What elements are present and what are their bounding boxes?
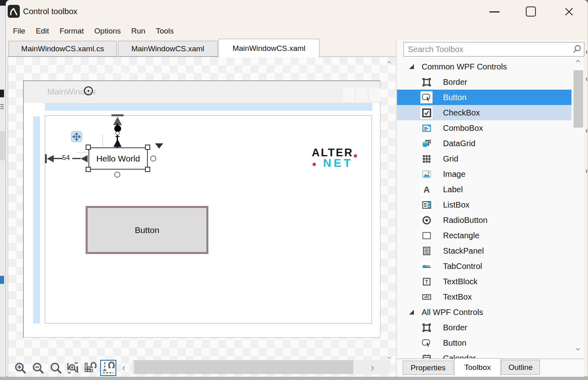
menu-item-options[interactable]: Options [89,24,126,38]
zoom-in-button[interactable] [13,361,27,375]
toolbox-item-border[interactable]: Border [397,74,571,90]
zoom-out-button[interactable] [31,361,45,375]
checkbox-icon [420,107,433,119]
toolbox-item-tabcontrol[interactable]: TabControl [397,258,571,274]
search-icon[interactable] [570,44,584,55]
maximize-button[interactable] [526,6,536,17]
tree-scroll-up-chevron[interactable]: ⌃ [574,59,582,69]
panel-tab-toolbox[interactable]: Toolbox [454,358,501,376]
zoom-fit-button[interactable] [65,361,80,375]
hscroll-left-chevron[interactable]: ‹ [122,362,126,373]
panel-tab-properties[interactable]: Properties [403,361,454,375]
toolbox-item-image[interactable]: Image [397,166,571,182]
toolbox-item-label: Button [443,93,466,102]
designed-window[interactable]: MainWindow Hello World [23,80,380,338]
toolbox-item-rectangle[interactable]: Rectangle [397,228,571,243]
ghost-minimize [343,88,354,102]
close-button[interactable] [563,6,575,18]
toolbox-item-label: Border [443,78,467,87]
expander-icon[interactable] [409,310,414,315]
expander-icon[interactable] [409,64,414,69]
toolbox-item-textblock[interactable]: TTextBlock [397,274,571,289]
margin-line [54,158,63,159]
toolbox-item-stackpanel[interactable]: StackPanel [397,243,571,258]
background-left-edge [0,6,6,377]
resize-handle-right[interactable] [150,155,156,162]
textbox-icon: abl [420,291,433,303]
datagrid-icon [420,137,433,149]
edge-mark [586,78,587,81]
edge-mark [586,170,587,173]
horizontal-scrollbar-thumb[interactable] [134,360,353,374]
resize-handle-bottom[interactable] [114,172,120,178]
anchor-top-bar [111,114,124,116]
menu-item-tools[interactable]: Tools [151,24,179,38]
calendar-icon [420,352,433,359]
toolbox-item-button[interactable]: Button [397,335,571,351]
rectangle-icon [420,229,433,241]
doc-tab-3[interactable]: MainWindowCS.xaml [218,39,319,57]
anchor-point-adorner[interactable] [84,86,93,95]
menu-item-format[interactable]: Format [54,24,89,38]
button-element[interactable]: Button [86,206,208,254]
panel-tab-outline[interactable]: Outline [501,360,540,375]
scroll-up-chevron[interactable]: ⌃ [385,60,393,70]
logo-dot-right [354,154,357,157]
toolbox-item-border[interactable]: Border [397,320,571,335]
toolbox-item-checkbox[interactable]: CheckBox [397,105,571,120]
menu-item-file[interactable]: File [8,24,31,38]
menu-item-edit[interactable]: Edit [31,24,55,38]
scroll-down-chevron[interactable]: ⌄ [385,351,393,361]
tree-scrollbar-thumb[interactable] [573,70,583,128]
ghost-close [370,88,380,102]
toolbox-item-radiobutton[interactable]: RadioButton [397,212,571,228]
toolbox-item-textbox[interactable]: ablTextBox [397,289,571,304]
snap-to-guides-icon [101,361,115,375]
anchor-cross [116,136,120,137]
toolbox-item-calendar[interactable]: Calendar [397,351,571,359]
minimize-button[interactable] [489,11,500,13]
search-input[interactable] [404,45,570,54]
toolbox-group-all-wpf-controls[interactable]: All WPF Controls [397,304,571,320]
toolbox-item-button[interactable]: Button [397,90,571,105]
toolbox-item-combobox[interactable]: ComboBox [397,120,571,136]
design-surface[interactable]: ⌃ ⌄ MainWindow Hello World [8,57,395,377]
button-icon [420,337,433,349]
background-bottom-edge [0,377,588,380]
snap-to-grid-button[interactable] [83,361,98,375]
textblock-icon: T [420,275,433,288]
toolbox-item-grid[interactable]: Grid [397,151,571,166]
toolbox-item-datagrid[interactable]: DataGrid [397,136,571,151]
toolbox-group-common-wpf-controls[interactable]: Common WPF Controls [397,59,571,74]
stackpanel-icon [420,245,433,257]
toolbox-item-label: CheckBox [443,108,480,118]
tabcontrol-icon [420,260,433,272]
zoom-100-button[interactable] [48,361,63,375]
toolbox-item-label[interactable]: ALabel [397,182,571,197]
move-handle[interactable] [71,131,82,142]
snap-to-guides-button[interactable] [100,360,116,376]
resize-handle-top-right[interactable] [145,145,150,150]
hello-world-button[interactable]: Hello World [88,147,148,170]
resize-handle-bottom-left[interactable] [86,167,91,172]
tree-scroll-down-chevron[interactable]: ⌄ [574,342,582,352]
toolbox-item-label: DataGrid [443,139,475,148]
svg-text:A: A [423,185,430,195]
resize-handle-bottom-right[interactable] [145,167,150,172]
margin-line [72,158,81,159]
doc-tab-1[interactable]: MainWindowCS.xaml.cs [8,41,117,57]
resize-handle-top-left[interactable] [86,145,91,150]
doc-tab-2[interactable]: MainWindowCS.xaml [118,41,218,57]
grid-row-highlight [45,103,372,111]
toolbox-panel: Common WPF ControlsBorderButtonCheckBoxC… [396,40,584,377]
toolbox-item-listbox[interactable]: ListBox [397,197,571,212]
button-icon [420,91,433,103]
adorner-dropdown-arrow[interactable] [155,143,163,149]
hscroll-right-chevron[interactable]: › [371,362,374,373]
app-window: Control toolbox FileEditFormatOptionsRun… [6,0,588,377]
logo-text-net: NET [323,157,353,170]
grid-icon [420,153,433,165]
menu-item-run[interactable]: Run [126,24,151,38]
listbox-icon [420,199,433,211]
zoom-100-icon [49,361,62,374]
